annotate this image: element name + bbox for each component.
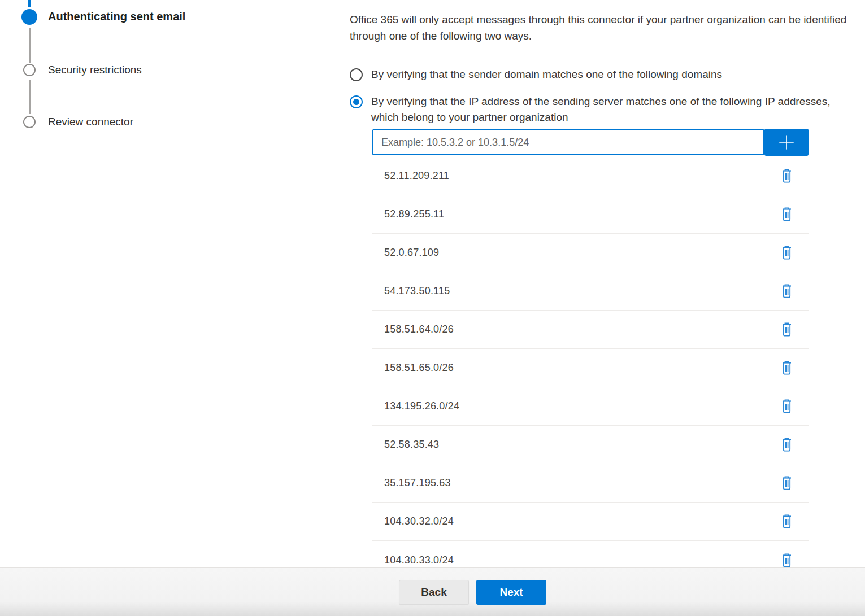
option-label: By verifying that the sender domain matc… — [371, 67, 722, 82]
delete-ip-button[interactable] — [780, 552, 794, 568]
option-verify-domain[interactable]: By verifying that the sender domain matc… — [350, 67, 865, 82]
ip-address-value: 52.58.35.43 — [384, 439, 439, 451]
step-circle-security[interactable] — [23, 64, 36, 76]
wizard-footer: Back Next — [0, 567, 865, 616]
ip-address-section: 52.11.209.211 52.89.255.11 52.0.67.109 5… — [372, 129, 809, 567]
ip-address-value: 158.51.65.0/26 — [384, 362, 454, 374]
ip-address-value: 52.11.209.211 — [384, 170, 449, 182]
plus-icon — [777, 133, 796, 152]
delete-ip-button[interactable] — [780, 475, 794, 491]
step-label-security[interactable]: Security restrictions — [48, 64, 142, 76]
trash-icon — [781, 284, 793, 298]
step-connector — [29, 28, 31, 63]
radio-unselected-icon[interactable] — [350, 68, 363, 81]
identification-options: By verifying that the sender domain matc… — [350, 67, 865, 125]
trash-icon — [781, 361, 793, 375]
option-label: By verifying that the IP address of the … — [371, 94, 832, 125]
option-verify-ip[interactable]: By verifying that the IP address of the … — [350, 94, 865, 125]
wizard-steps-panel: Authenticating sent email Security restr… — [0, 0, 308, 567]
trash-icon — [781, 476, 793, 490]
ip-address-value: 104.30.32.0/24 — [384, 515, 454, 527]
ip-address-value: 52.0.67.109 — [384, 247, 439, 259]
ip-address-value: 54.173.50.115 — [384, 285, 450, 297]
radio-selected-icon[interactable] — [350, 95, 363, 108]
ip-address-value: 104.30.33.0/24 — [384, 554, 454, 566]
trash-icon — [781, 322, 793, 337]
step-connector — [29, 80, 31, 114]
delete-ip-button[interactable] — [780, 321, 794, 338]
step-circle-review[interactable] — [23, 116, 36, 128]
ip-list-item: 52.11.209.211 — [372, 157, 809, 195]
trash-icon — [781, 399, 793, 413]
delete-ip-button[interactable] — [780, 168, 794, 184]
step-content: Office 365 will only accept messages thr… — [308, 0, 865, 567]
ip-list-item: 158.51.64.0/26 — [372, 311, 809, 349]
delete-ip-button[interactable] — [780, 283, 794, 299]
trash-icon — [781, 207, 793, 221]
trash-icon — [781, 169, 793, 183]
delete-ip-button[interactable] — [780, 360, 794, 376]
trash-icon — [781, 438, 793, 452]
connector-wizard-page: Authenticating sent email Security restr… — [0, 0, 865, 616]
step-label-authenticating[interactable]: Authenticating sent email — [48, 10, 185, 23]
ip-address-list: 52.11.209.211 52.89.255.11 52.0.67.109 5… — [372, 157, 809, 567]
ip-list-item: 104.30.33.0/24 — [372, 541, 809, 567]
add-ip-button[interactable] — [764, 129, 809, 156]
ip-list-item: 104.30.32.0/24 — [372, 503, 809, 541]
ip-list-item: 52.0.67.109 — [372, 234, 809, 272]
trash-icon — [781, 553, 793, 567]
intro-text: Office 365 will only accept messages thr… — [350, 11, 861, 44]
ip-input-row — [372, 129, 809, 156]
delete-ip-button[interactable] — [780, 244, 794, 261]
ip-address-value: 52.89.255.11 — [384, 208, 444, 220]
delete-ip-button[interactable] — [780, 513, 794, 530]
back-button[interactable]: Back — [399, 580, 469, 605]
next-button[interactable]: Next — [476, 580, 546, 605]
trash-icon — [781, 246, 793, 260]
ip-address-value: 35.157.195.63 — [384, 477, 451, 489]
trash-icon — [781, 514, 793, 528]
ip-list-item: 35.157.195.63 — [372, 464, 809, 503]
delete-ip-button[interactable] — [780, 436, 794, 453]
delete-ip-button[interactable] — [780, 206, 794, 222]
ip-address-value: 134.195.26.0/24 — [384, 400, 459, 412]
wizard-body: Authenticating sent email Security restr… — [0, 0, 865, 567]
step-label-review[interactable]: Review connector — [48, 116, 133, 128]
step-dot-current[interactable] — [21, 9, 37, 25]
ip-list-item: 52.89.255.11 — [372, 195, 809, 234]
ip-address-input[interactable] — [372, 129, 764, 155]
delete-ip-button[interactable] — [780, 398, 794, 414]
step-connector-previous — [28, 0, 31, 7]
ip-list-item: 52.58.35.43 — [372, 426, 809, 464]
ip-list-item: 54.173.50.115 — [372, 272, 809, 311]
ip-address-value: 158.51.64.0/26 — [384, 324, 454, 335]
ip-list-item: 134.195.26.0/24 — [372, 387, 809, 426]
ip-list-item: 158.51.65.0/26 — [372, 349, 809, 387]
